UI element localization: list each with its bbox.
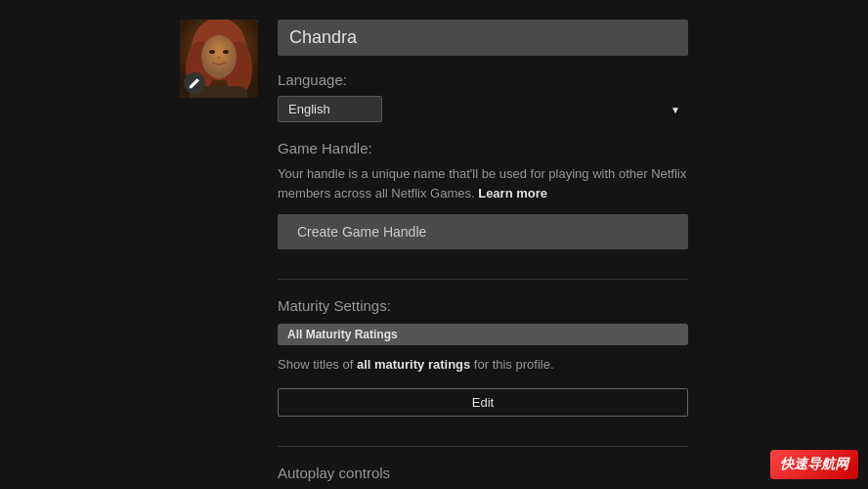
avatar-wrapper (180, 20, 258, 98)
divider-2 (278, 446, 688, 447)
language-select[interactable]: English Spanish French German Portuguese (278, 96, 382, 122)
svg-point-5 (209, 50, 215, 54)
profile-name-input[interactable] (278, 20, 688, 56)
chevron-down-icon: ▼ (671, 104, 680, 114)
maturity-bold: all maturity ratings (357, 357, 470, 372)
language-label: Language: (278, 71, 688, 88)
divider-1 (278, 279, 688, 280)
page-container: Language: English Spanish French German … (0, 0, 868, 489)
watermark: 快速导航网 (770, 450, 858, 479)
maturity-description: Show titles of all maturity ratings for … (278, 355, 688, 375)
content-area: Language: English Spanish French German … (278, 20, 688, 469)
game-handle-label: Game Handle: (278, 140, 688, 156)
avatar-edit-icon[interactable] (184, 72, 205, 94)
maturity-edit-button[interactable]: Edit (278, 388, 688, 417)
svg-point-7 (217, 57, 221, 60)
svg-point-6 (223, 50, 229, 54)
game-handle-description: Your handle is a unique name that'll be … (278, 164, 688, 202)
autoplay-label: Autoplay controls (278, 465, 688, 481)
create-game-handle-button[interactable]: Create Game Handle (278, 214, 688, 249)
language-select-wrapper: English Spanish French German Portuguese… (278, 96, 688, 122)
pencil-icon (189, 77, 200, 89)
learn-more-link[interactable]: Learn more (478, 186, 547, 200)
maturity-label: Maturity Settings: (278, 297, 688, 314)
maturity-badge: All Maturity Ratings (278, 324, 688, 345)
profile-section: Language: English Spanish French German … (180, 20, 688, 469)
